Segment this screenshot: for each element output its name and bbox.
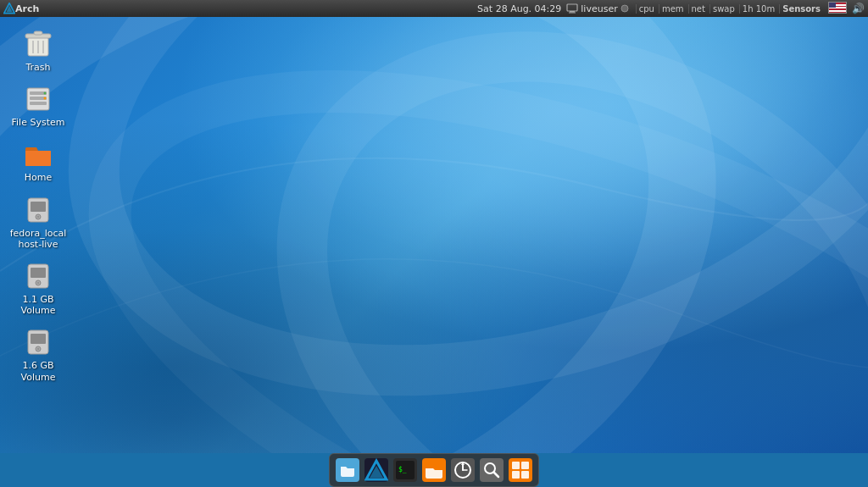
svg-rect-2	[567, 4, 577, 11]
svg-rect-49	[509, 458, 532, 482]
svg-point-20	[44, 92, 47, 95]
flag-icon[interactable]	[828, 1, 847, 17]
volume2-icon-desktop[interactable]: 1.6 GB Volume	[4, 324, 72, 385]
net-monitor[interactable]: net	[688, 4, 708, 14]
svg-rect-29	[31, 268, 46, 278]
trash-icon-desktop[interactable]: Trash	[4, 25, 72, 76]
user-area[interactable]: liveuser	[566, 3, 628, 14]
filesystem-icon-desktop[interactable]: File System	[4, 80, 72, 131]
fedora-icon-desktop[interactable]: fedora_localhost-live	[4, 191, 72, 253]
volume2-label: 1.6 GB Volume	[8, 360, 69, 382]
svg-text:$_: $_	[398, 466, 407, 473]
panel-center: Sat 28 Aug. 04:29 liveuser	[477, 3, 629, 14]
svg-rect-9	[0, 17, 868, 453]
volume1-icon-desktop[interactable]: 1.1 GB Volume	[4, 257, 72, 319]
volume2-icon-image	[23, 327, 53, 357]
svg-point-35	[37, 348, 39, 350]
volume1-icon-image	[23, 261, 53, 291]
volume-icon[interactable]: 🔊	[852, 3, 865, 14]
cpu-monitor[interactable]: cpu	[636, 4, 657, 14]
panel-clock[interactable]: Sat 28 Aug. 04:29	[477, 3, 561, 14]
svg-point-27	[37, 216, 39, 218]
dock-timeshift[interactable]	[449, 457, 476, 484]
dock-files[interactable]	[334, 457, 361, 484]
os-logo[interactable]: Arch	[3, 3, 39, 14]
filesystem-label: File System	[12, 117, 65, 128]
svg-rect-46	[480, 458, 504, 482]
desktop-curves-svg	[0, 17, 868, 453]
svg-rect-12	[34, 31, 42, 35]
svg-rect-51	[521, 462, 529, 469]
dock-orange-app[interactable]	[507, 457, 534, 484]
svg-point-22	[44, 102, 47, 105]
swap-monitor[interactable]: swap	[709, 4, 737, 14]
mem-monitor[interactable]: mem	[659, 4, 687, 14]
taskbar-dock: $_	[329, 453, 539, 487]
filesystem-icon-image	[23, 84, 53, 114]
home-icon-desktop[interactable]: Home	[4, 136, 72, 186]
svg-rect-52	[512, 471, 520, 479]
desktop	[0, 17, 868, 453]
dock-search[interactable]	[478, 457, 505, 484]
os-label: Arch	[15, 3, 39, 14]
arch-logo-icon	[3, 3, 15, 14]
home-icon-image	[23, 139, 53, 169]
sysmon-panel: cpu mem net swap 1h 10m Sensors 🔊	[636, 1, 865, 17]
top-panel: Arch Sat 28 Aug. 04:29 liveuser cpu mem …	[0, 0, 868, 17]
svg-rect-53	[521, 471, 529, 479]
fedora-label: fedora_localhost-live	[8, 228, 69, 250]
trash-icon-image	[23, 29, 53, 59]
svg-rect-4	[569, 13, 576, 14]
svg-point-21	[44, 97, 47, 100]
volume1-label: 1.1 GB Volume	[8, 294, 69, 316]
svg-rect-23	[25, 151, 51, 166]
svg-rect-3	[570, 11, 575, 13]
home-label: Home	[25, 172, 52, 183]
svg-rect-50	[512, 462, 520, 469]
dock-terminal[interactable]: $_	[392, 457, 419, 484]
svg-rect-33	[31, 334, 46, 344]
svg-point-31	[37, 282, 39, 284]
taskbar: $_	[0, 453, 868, 487]
monitor-icon	[566, 3, 578, 14]
sensors-monitor[interactable]: Sensors	[779, 4, 823, 14]
desktop-icons-area: Trash File System	[0, 17, 76, 453]
svg-rect-25	[31, 202, 46, 212]
uptime-monitor[interactable]: 1h 10m	[739, 4, 777, 14]
fedora-icon-image	[23, 195, 53, 225]
username-label: liveuser	[581, 3, 617, 14]
user-dot-icon	[620, 4, 629, 13]
svg-point-5	[621, 5, 628, 12]
trash-label: Trash	[25, 62, 50, 73]
dock-arch[interactable]	[363, 457, 390, 484]
dock-thunar[interactable]	[420, 457, 448, 484]
